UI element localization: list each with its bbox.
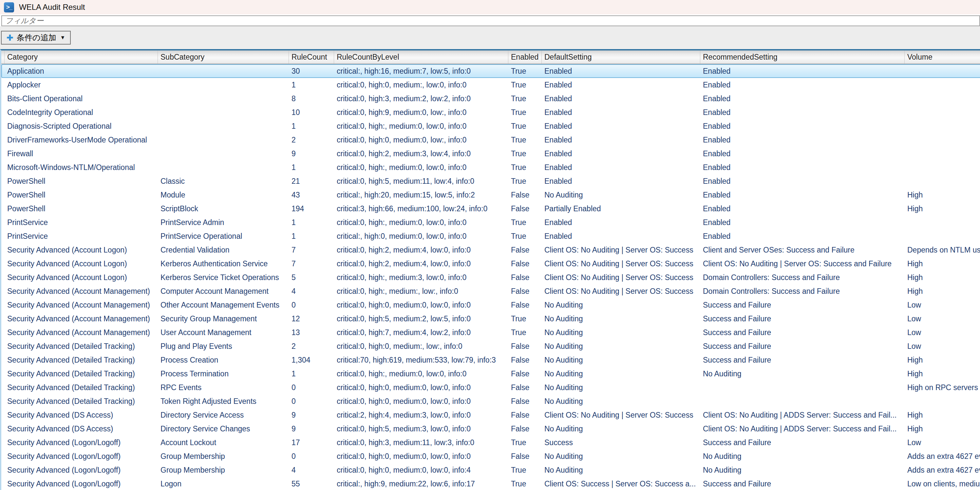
- cell-rulecount: 12: [289, 312, 334, 326]
- cell-subcategory: Process Creation: [158, 353, 289, 367]
- cell-enabled: False: [508, 270, 542, 284]
- cell-recommendedsetting: Enabled: [700, 202, 905, 216]
- table-row[interactable]: Security Advanced (Account Logon) Creden…: [1, 243, 980, 257]
- cell-defaultsetting: Enabled: [542, 147, 700, 161]
- cell-rulecountbylevel: critical:0, high:, medium:3, low:0, info…: [334, 270, 508, 284]
- table-row[interactable]: Applocker 1 critical:0, high:0, medium:,…: [1, 78, 980, 92]
- cell-category: Security Advanced (Detailed Tracking): [5, 380, 158, 395]
- cell-gutter: [1, 92, 5, 105]
- cell-category: PrintService: [5, 216, 158, 229]
- cell-subcategory: Security Group Management: [158, 312, 289, 326]
- cell-subcategory: Logon: [158, 477, 289, 490]
- table-row[interactable]: PrintService PrintService Admin 1 critic…: [1, 216, 980, 229]
- cell-category: Security Advanced (Detailed Tracking): [5, 395, 158, 408]
- table-row[interactable]: PowerShell Module 43 critical:, high:20,…: [1, 188, 980, 202]
- table-row[interactable]: Security Advanced (Account Management) O…: [1, 298, 980, 312]
- table-row[interactable]: Security Advanced (DS Access) Directory …: [1, 422, 980, 436]
- cell-recommendedsetting: Enabled: [700, 229, 905, 243]
- cell-gutter: [1, 339, 5, 353]
- cell-recommendedsetting: Success and Failure: [700, 436, 905, 449]
- column-header-rulecountbylevel[interactable]: RuleCountByLevel: [334, 51, 508, 64]
- column-header-subcategory[interactable]: SubCategory: [158, 51, 289, 64]
- cell-category: DriverFrameworks-UserMode Operational: [5, 133, 158, 147]
- filter-input[interactable]: [1, 15, 980, 26]
- cell-subcategory: Process Termination: [158, 367, 289, 380]
- cell-rulecount: 2: [289, 339, 334, 353]
- table-row[interactable]: Diagnosis-Scripted Operational 1 critica…: [1, 119, 980, 133]
- cell-recommendedsetting: Success and Failure: [700, 326, 905, 339]
- column-header-recommendedsetting[interactable]: RecommendedSetting: [700, 51, 905, 64]
- table-row[interactable]: Microsoft-Windows-NTLM/Operational 1 cri…: [1, 161, 980, 174]
- cell-rulecountbylevel: critical:0, high:2, medium:4, low:0, inf…: [334, 257, 508, 270]
- cell-recommendedsetting: Enabled: [700, 78, 905, 92]
- cell-gutter: [1, 367, 5, 380]
- table-row[interactable]: Bits-Client Operational 8 critical:0, hi…: [1, 92, 980, 105]
- cell-subcategory: Classic: [158, 174, 289, 188]
- cell-rulecount: 1,304: [289, 353, 334, 367]
- table-row[interactable]: Security Advanced (Logon/Logoff) Group M…: [1, 463, 980, 477]
- cell-rulecount: 5: [289, 270, 334, 284]
- cell-subcategory: ScriptBlock: [158, 202, 289, 216]
- table-row[interactable]: Security Advanced (Account Management) U…: [1, 326, 980, 339]
- column-header-enabled[interactable]: Enabled: [508, 51, 542, 64]
- cell-rulecount: 9: [289, 147, 334, 161]
- cell-gutter: [1, 64, 5, 78]
- add-criteria-button[interactable]: ✚ 条件の追加 ▼: [1, 31, 71, 45]
- table-row[interactable]: Security Advanced (Account Logon) Kerber…: [1, 257, 980, 270]
- cell-gutter: [1, 270, 5, 284]
- cell-subcategory: Kerberos Service Ticket Operations: [158, 270, 289, 284]
- table-row[interactable]: Security Advanced (Account Logon) Kerber…: [1, 270, 980, 284]
- table-row[interactable]: Security Advanced (Account Management) C…: [1, 284, 980, 298]
- table-row[interactable]: Security Advanced (Detailed Tracking) RP…: [1, 380, 980, 395]
- cell-rulecount: 1: [289, 229, 334, 243]
- cell-gutter: [1, 477, 5, 490]
- column-header-category[interactable]: Category: [5, 51, 158, 64]
- table-row[interactable]: PowerShell Classic 21 critical:0, high:5…: [1, 174, 980, 188]
- cell-rulecount: 0: [289, 298, 334, 312]
- table-row[interactable]: Security Advanced (Logon/Logoff) Logon 5…: [1, 477, 980, 490]
- table-row[interactable]: PrintService PrintService Operational 1 …: [1, 229, 980, 243]
- table-row[interactable]: PowerShell ScriptBlock 194 critical:3, h…: [1, 202, 980, 216]
- cell-rulecountbylevel: critical:0, high:0, medium:, low:0, info…: [334, 78, 508, 92]
- table-row[interactable]: Security Advanced (Detailed Tracking) Pl…: [1, 339, 980, 353]
- cell-subcategory: Group Membership: [158, 463, 289, 477]
- table-row[interactable]: Application 30 critical:, high:16, mediu…: [1, 64, 980, 78]
- cell-rulecount: 30: [289, 64, 334, 78]
- cell-enabled: False: [508, 395, 542, 408]
- table-row[interactable]: Security Advanced (Logon/Logoff) Group M…: [1, 449, 980, 463]
- cell-category: Security Advanced (Detailed Tracking): [5, 339, 158, 353]
- column-header-volume[interactable]: Volume: [905, 51, 980, 64]
- cell-subcategory: PrintService Admin: [158, 216, 289, 229]
- cell-volume: High: [905, 188, 980, 202]
- cell-recommendedsetting: Enabled: [700, 92, 905, 105]
- cell-defaultsetting: Client OS: Success | Server OS: Success …: [542, 477, 700, 490]
- cell-volume: High on RPC servers (: [905, 380, 980, 395]
- table-row[interactable]: Security Advanced (Detailed Tracking) To…: [1, 395, 980, 408]
- column-header-defaultsetting[interactable]: DefaultSetting: [542, 51, 700, 64]
- cell-category: Security Advanced (Account Logon): [5, 243, 158, 257]
- table-row[interactable]: Security Advanced (DS Access) Directory …: [1, 408, 980, 422]
- table-row[interactable]: Firewall 9 critical:0, high:2, medium:3,…: [1, 147, 980, 161]
- table-row[interactable]: Security Advanced (Account Management) S…: [1, 312, 980, 326]
- cell-subcategory: Module: [158, 188, 289, 202]
- cell-rulecountbylevel: critical:0, high:3, medium:2, low:2, inf…: [334, 92, 508, 105]
- cell-volume: Depends on NTLM us: [905, 243, 980, 257]
- table-row[interactable]: DriverFrameworks-UserMode Operational 2 …: [1, 133, 980, 147]
- cell-recommendedsetting: Domain Controllers: Success and Failure: [700, 284, 905, 298]
- table-row[interactable]: CodeIntegrity Operational 10 critical:0,…: [1, 105, 980, 119]
- cell-category: Security Advanced (Logon/Logoff): [5, 477, 158, 490]
- column-header-rulecount[interactable]: RuleCount: [289, 51, 334, 64]
- cell-category: Security Advanced (DS Access): [5, 422, 158, 436]
- cell-gutter: [1, 380, 5, 395]
- table-row[interactable]: Security Advanced (Detailed Tracking) Pr…: [1, 353, 980, 367]
- cell-rulecountbylevel: critical:0, high:0, medium:0, low:0, inf…: [334, 298, 508, 312]
- cell-volume: [905, 92, 980, 105]
- cell-recommendedsetting: Enabled: [700, 174, 905, 188]
- cell-recommendedsetting: [700, 380, 905, 395]
- cell-rulecount: 4: [289, 284, 334, 298]
- cell-subcategory: [158, 64, 289, 78]
- table-row[interactable]: Security Advanced (Logon/Logoff) Account…: [1, 436, 980, 449]
- cell-rulecountbylevel: critical:0, high:0, medium:0, low:0, inf…: [334, 380, 508, 395]
- table-row[interactable]: Security Advanced (Detailed Tracking) Pr…: [1, 367, 980, 380]
- cell-enabled: True: [508, 147, 542, 161]
